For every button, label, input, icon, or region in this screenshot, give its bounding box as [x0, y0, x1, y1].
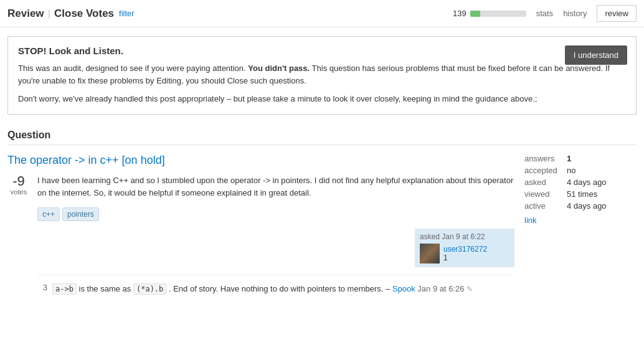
meta-link[interactable]: link — [524, 216, 537, 225]
meta-active-label: active — [524, 201, 562, 211]
avatar-image — [420, 244, 440, 263]
audit-text-2: Don't worry, we've already handled this … — [18, 93, 626, 105]
nav-review[interactable]: review — [597, 5, 637, 22]
meta-accepted-value: no — [567, 166, 575, 175]
audit-text-1: This was an audit, designed to see if yo… — [18, 62, 626, 87]
meta-answers-label: answers — [524, 154, 562, 163]
comment-author[interactable]: Spook — [392, 284, 415, 293]
comment-text-end: . End of story. Have nothing to do with … — [169, 284, 390, 293]
question-title[interactable]: The operator -> in c++ [on hold] — [7, 154, 514, 167]
comment-code2: (*a).b — [133, 283, 166, 295]
audit-p1-prefix: This was an audit, designed to see if yo… — [18, 64, 248, 73]
meta-answers-value: 1 — [567, 154, 571, 163]
tag-cpp[interactable]: c++ — [37, 207, 60, 221]
user-card: asked Jan 9 at 6:22 user3176272 1 — [415, 229, 514, 267]
question-layout: The operator -> in c++ [on hold] -9 vote… — [7, 154, 637, 298]
review-title: Review — [7, 7, 44, 20]
progress-area: 139 — [453, 9, 526, 18]
meta-asked: asked 4 days ago — [524, 178, 637, 187]
comment-edit-icon[interactable]: ✎ — [466, 285, 473, 293]
user-info-text: user3176272 1 — [443, 245, 487, 262]
progress-count: 139 — [453, 9, 466, 18]
close-votes-title: Close Votes — [54, 7, 114, 20]
nav-stats[interactable]: stats — [536, 9, 553, 18]
tag-pointers[interactable]: pointers — [62, 207, 99, 221]
i-understand-button[interactable]: I understand — [565, 45, 627, 65]
vote-label: votes — [11, 188, 27, 196]
audit-p1-bold: You didn't pass. — [248, 64, 310, 73]
meta-active: active 4 days ago — [524, 201, 637, 211]
comment-row: 3 a->b is the same as (*a).b . End of st… — [37, 280, 514, 298]
comment-text-middle: is the same as — [79, 284, 133, 293]
meta-accepted: accepted no — [524, 166, 637, 175]
top-bar-right: 139 stats history review — [453, 5, 637, 22]
progress-bar-fill — [470, 11, 480, 17]
meta-sidebar: answers 1 accepted no asked 4 days ago v… — [524, 154, 637, 298]
vote-column: -9 votes — [7, 174, 30, 298]
meta-viewed-label: viewed — [524, 189, 562, 199]
meta-viewed-value: 51 times — [567, 189, 597, 199]
title-separator: | — [48, 7, 50, 20]
comment-text: a->b is the same as (*a).b . End of stor… — [52, 283, 473, 295]
meta-answers: answers 1 — [524, 154, 637, 163]
user-card-info: user3176272 1 — [420, 244, 509, 263]
vote-number: -9 — [12, 174, 25, 188]
comment-time: Jan 9 at 6:26 — [417, 284, 464, 293]
tags-container: c++ pointers — [37, 207, 514, 221]
user-name[interactable]: user3176272 — [443, 245, 487, 254]
audit-title: STOP! Look and Listen. — [18, 45, 626, 56]
filter-label[interactable]: filter — [119, 9, 135, 18]
top-bar: Review | Close Votes filter 139 stats hi… — [0, 0, 644, 27]
meta-active-value: 4 days ago — [567, 201, 607, 211]
nav-history[interactable]: history — [563, 9, 587, 18]
asked-time: asked Jan 9 at 6:22 — [420, 232, 509, 241]
question-content: I have been learning C++ and so I stumbl… — [37, 174, 514, 298]
question-body-layout: -9 votes I have been learning C++ and so… — [7, 174, 514, 298]
comment-vote: 3 — [37, 283, 47, 292]
question-body-text: I have been learning C++ and so I stumbl… — [37, 174, 514, 201]
user-avatar — [420, 244, 440, 263]
user-rep: 1 — [443, 254, 487, 262]
comment-code1: a->b — [52, 283, 77, 295]
comments-section: 3 a->b is the same as (*a).b . End of st… — [37, 275, 514, 298]
progress-bar — [470, 11, 526, 17]
audit-box: STOP! Look and Listen. This was an audit… — [7, 36, 637, 115]
user-card-area: asked Jan 9 at 6:22 user3176272 1 — [37, 229, 514, 267]
question-main: The operator -> in c++ [on hold] -9 vote… — [7, 154, 514, 298]
section-heading: Question — [7, 130, 637, 145]
meta-accepted-label: accepted — [524, 166, 562, 175]
meta-asked-label: asked — [524, 178, 562, 187]
question-section: Question The operator -> in c++ [on hold… — [0, 123, 644, 298]
meta-viewed: viewed 51 times — [524, 189, 637, 199]
meta-asked-value: 4 days ago — [567, 178, 607, 187]
